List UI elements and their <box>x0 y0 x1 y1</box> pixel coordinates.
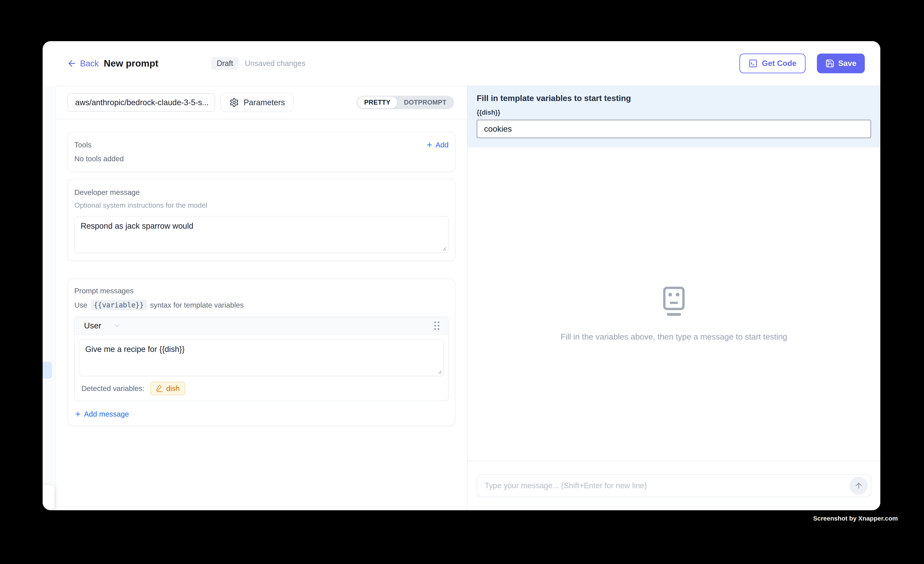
tools-title: Tools <box>74 141 92 149</box>
parameters-button[interactable]: Parameters <box>220 93 294 112</box>
chat-input-container <box>477 474 871 497</box>
empty-state-text: Fill in the variables above, then type a… <box>561 332 787 341</box>
save-icon <box>825 59 834 68</box>
sidebar-bottom-card[interactable] <box>43 484 55 510</box>
dish-variable-label: {{dish}} <box>477 109 871 116</box>
page-title: New prompt <box>104 58 158 69</box>
model-select[interactable]: aws/anthropic/bedrock-claude-3-5-s... <box>68 93 215 112</box>
arrow-left-icon <box>67 58 76 68</box>
message-header: User <box>75 317 448 335</box>
back-label: Back <box>80 59 99 68</box>
drag-handle-icon[interactable] <box>433 320 441 331</box>
variable-syntax-hint: Use {{variable}} syntax for template var… <box>74 300 448 310</box>
template-variables-title: Fill in template variables to start test… <box>477 94 871 103</box>
template-variables-section: Fill in template variables to start test… <box>468 86 880 147</box>
header: Back New prompt Draft Unsaved changes Ge… <box>56 41 880 86</box>
get-code-button[interactable]: Get Code <box>740 54 806 73</box>
unsaved-changes-text: Unsaved changes <box>245 59 305 68</box>
send-button[interactable] <box>850 477 868 495</box>
format-toggle: PRETTY DOTPROMPT <box>357 96 454 109</box>
prompt-messages-card: Prompt messages Use {{variable}} syntax … <box>68 279 455 426</box>
chat-bar <box>468 461 880 510</box>
pencil-icon <box>156 385 164 392</box>
user-message-textarea[interactable]: Give me a recipe for {{dish}} <box>79 339 444 376</box>
editor-content: Tools Add No tools added Developer messa… <box>56 119 467 426</box>
save-button[interactable]: Save <box>817 54 865 73</box>
test-panel: Fill in template variables to start test… <box>467 86 880 510</box>
detected-variables-row: Detected variables: dish <box>79 382 444 395</box>
variable-syntax-chip: {{variable}} <box>91 300 147 310</box>
tools-card: Tools Add No tools added <box>68 132 455 172</box>
editor-panel: aws/anthropic/bedrock-claude-3-5-s... Pa… <box>56 86 467 510</box>
prompt-messages-title: Prompt messages <box>74 286 448 295</box>
app-window: Back New prompt Draft Unsaved changes Ge… <box>43 41 880 510</box>
status-badge: Draft <box>211 57 238 70</box>
developer-message-subtitle: Optional system instructions for the mod… <box>74 201 448 209</box>
empty-state: Fill in the variables above, then type a… <box>468 285 880 341</box>
message-body: Give me a recipe for {{dish}} Detected v… <box>75 335 448 400</box>
terminal-square-icon <box>748 59 758 68</box>
developer-message-card: Developer message Optional system instru… <box>68 179 455 261</box>
developer-message-textarea[interactable]: Respond as jack sparrow would <box>74 216 448 253</box>
developer-message-title: Developer message <box>74 188 448 196</box>
editor-toolbar: aws/anthropic/bedrock-claude-3-5-s... Pa… <box>56 86 467 119</box>
toggle-option-dotprompt[interactable]: DOTPROMPT <box>397 97 453 108</box>
plus-icon <box>426 141 433 148</box>
model-select-value: aws/anthropic/bedrock-claude-3-5-s... <box>75 98 209 107</box>
parameters-label: Parameters <box>244 98 285 107</box>
add-tool-button[interactable]: Add <box>426 141 448 149</box>
chevron-down-icon <box>209 98 209 106</box>
add-message-button[interactable]: Add message <box>74 410 448 418</box>
variable-badge-dish[interactable]: dish <box>150 382 185 395</box>
gear-icon <box>230 98 239 107</box>
sidebar-active-item[interactable] <box>43 362 52 379</box>
arrow-up-icon <box>854 481 863 490</box>
chevron-down-icon <box>113 322 121 330</box>
plus-icon <box>74 411 81 418</box>
message-block: User Give me a recipe for {{dish}} Detec… <box>74 316 448 401</box>
robot-face-icon <box>657 285 690 320</box>
role-select[interactable]: User <box>84 321 121 330</box>
screenshot-credit: Screenshot by Xnapper.com <box>813 515 898 522</box>
dish-variable-input[interactable] <box>477 120 871 138</box>
back-button[interactable]: Back <box>67 58 99 68</box>
chat-message-input[interactable] <box>484 481 850 490</box>
detected-variables-label: Detected variables: <box>81 384 144 393</box>
toggle-option-pretty[interactable]: PRETTY <box>357 97 397 108</box>
tools-empty-text: No tools added <box>74 154 448 163</box>
collapsed-sidebar <box>43 86 56 510</box>
